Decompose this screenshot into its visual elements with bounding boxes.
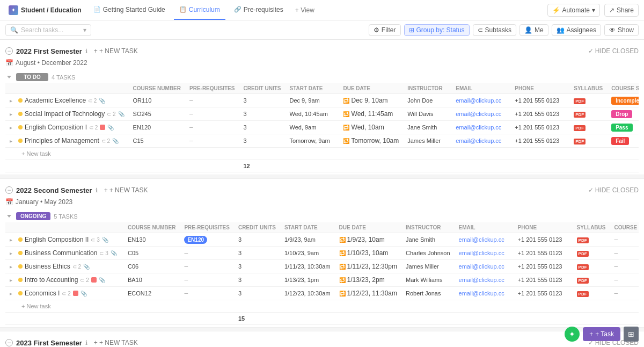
- task-name[interactable]: Intro to Accounting: [25, 276, 78, 284]
- due-date: 🔁 1/9/23, 10am: [335, 233, 401, 247]
- table-row: ▸ English Composition I ⊂ 2 📎 EN120 –: [5, 121, 639, 134]
- task-name[interactable]: English Composition I: [25, 124, 87, 131]
- instructor: James Miller: [401, 260, 455, 273]
- section-divider-2: [0, 327, 644, 331]
- row-expand-icon[interactable]: ▸: [10, 291, 16, 297]
- add-view-button[interactable]: + View: [292, 6, 318, 14]
- stop-icon: [73, 291, 78, 296]
- subtasks-button[interactable]: ⊂ Subtasks: [473, 24, 516, 36]
- me-button[interactable]: 👤 Me: [519, 24, 548, 36]
- row-expand-icon[interactable]: ▸: [10, 264, 16, 270]
- tab-getting-started[interactable]: 📄 Getting Started Guide: [88, 0, 171, 20]
- plus-icon: +: [104, 186, 108, 194]
- fab-grid-icon[interactable]: ⊞: [624, 327, 639, 342]
- automate-button[interactable]: ⚡ Automate ▾: [547, 4, 600, 17]
- due-date: 🔁 1/12/23, 11:30am: [335, 287, 401, 300]
- email: email@clickup.cc: [451, 121, 510, 134]
- new-task-label[interactable]: + New task: [5, 148, 639, 160]
- assignees-button[interactable]: 👥 Assignees: [552, 24, 601, 36]
- tab-prerequisites[interactable]: 🔗 Pre-requisites: [229, 0, 289, 20]
- section-collapse-second-2022[interactable]: −: [5, 186, 13, 194]
- prereq: –: [180, 247, 233, 260]
- tab-curriculum-label: Curriculum: [189, 6, 220, 13]
- new-task-row[interactable]: + New task: [5, 148, 639, 160]
- course-number: EN130: [123, 233, 180, 247]
- task-name[interactable]: Social Impact of Technology: [25, 110, 105, 118]
- search-box[interactable]: 🔍 Search tasks... ▾: [5, 24, 91, 36]
- plus-icon: +: [94, 47, 98, 55]
- new-task-row-ongoing[interactable]: + New task: [5, 300, 639, 313]
- group-by-button[interactable]: ⊞ Group by: Status: [404, 24, 470, 36]
- due-date: 🔁 1/10/23, 10am: [335, 247, 401, 260]
- me-icon: 👤: [524, 26, 532, 34]
- course-status: –: [610, 273, 639, 287]
- start-date: 1/11/23, 10:30am: [280, 260, 335, 273]
- show-button[interactable]: 👁 Show: [604, 24, 639, 36]
- section-new-task-second-2022[interactable]: + + NEW TASK: [101, 185, 151, 195]
- section-title-second-2022: 2022 Second Semester: [16, 186, 92, 194]
- sum-row: 12: [5, 160, 639, 172]
- tab-curriculum[interactable]: 📋 Curriculum: [174, 0, 225, 20]
- hide-closed-second-2022[interactable]: ✓ HIDE CLOSED: [588, 186, 639, 194]
- sum-course: [123, 313, 180, 325]
- row-expand-icon[interactable]: ▸: [10, 98, 16, 104]
- tab-doc-icon: 📄: [93, 6, 101, 13]
- row-expand-icon[interactable]: ▸: [10, 111, 16, 117]
- row-expand-icon[interactable]: ▸: [10, 138, 16, 144]
- subtask-icon: ⊂ 2: [88, 98, 97, 104]
- search-placeholder: Search tasks...: [21, 26, 63, 34]
- subtasks-label: Subtasks: [485, 26, 511, 34]
- section-info-icon-first-2023[interactable]: ℹ: [85, 339, 87, 346]
- phone: +1 201 555 0123: [514, 273, 573, 287]
- section-new-task-first-2022[interactable]: + + NEW TASK: [91, 46, 141, 56]
- th-course-status: COURSE STATUS: [607, 83, 639, 94]
- share-button[interactable]: ↗ Share: [604, 4, 639, 17]
- task-name[interactable]: Academic Excellence: [25, 97, 86, 104]
- stop-icon: [100, 125, 105, 130]
- add-view-label: + View: [295, 6, 314, 14]
- sum-credits: 15: [234, 313, 280, 325]
- status-badge-todo[interactable]: TO DO: [16, 73, 48, 81]
- task-color-dot: [18, 237, 23, 242]
- task-name[interactable]: Principles of Management: [25, 137, 99, 144]
- app-logo[interactable]: ✦ Student / Education: [5, 5, 85, 15]
- course-number: OR110: [129, 94, 185, 107]
- add-task-button[interactable]: + + Task: [583, 327, 620, 341]
- row-expand-icon[interactable]: ▸: [10, 125, 16, 131]
- table-ongoing: COURSE NUMBER PRE-REQUISITES CREDIT UNIT…: [5, 222, 639, 325]
- credits: 3: [234, 233, 280, 247]
- task-name[interactable]: Business Communication: [25, 249, 97, 257]
- task-color-dot: [18, 139, 23, 143]
- hide-closed-first-2022[interactable]: ✓ HIDE CLOSED: [588, 47, 639, 55]
- section-new-task-first-2023[interactable]: + + NEW TASK: [91, 338, 141, 347]
- task-name[interactable]: Economics I: [25, 290, 60, 297]
- task-color-dot: [18, 112, 23, 116]
- assignees-label: Assignees: [567, 26, 596, 34]
- row-expand-icon[interactable]: ▸: [10, 277, 16, 283]
- calendar-icon: 📅: [5, 198, 13, 206]
- section-collapse-first-2023[interactable]: −: [5, 339, 13, 346]
- section-collapse-first-2022[interactable]: −: [5, 47, 13, 55]
- instructor: James Miller: [403, 134, 451, 148]
- section-info-icon-second-2022[interactable]: ℹ: [96, 187, 98, 194]
- collapse-todo[interactable]: [5, 74, 13, 81]
- filter-button[interactable]: ⚙ Filter: [369, 24, 401, 36]
- new-task-label[interactable]: + New task: [5, 300, 639, 313]
- section-info-icon-first-2022[interactable]: ℹ: [85, 48, 87, 55]
- task-name[interactable]: English Composition II: [25, 236, 89, 243]
- credits: 3: [239, 107, 285, 121]
- task-color-dot: [18, 278, 23, 282]
- status-badge-ongoing[interactable]: ONGOING: [16, 212, 50, 220]
- th-task: [5, 83, 129, 94]
- collapse-ongoing[interactable]: [5, 213, 13, 220]
- prereq: –: [185, 94, 239, 107]
- credits: 3: [234, 260, 280, 273]
- automate-chevron: ▾: [592, 6, 595, 14]
- row-expand-icon[interactable]: ▸: [10, 237, 16, 243]
- row-expand-icon[interactable]: ▸: [10, 250, 16, 256]
- phone: +1 201 555 0123: [510, 94, 569, 107]
- toolbar: 🔍 Search tasks... ▾ ⚙ Filter ⊞ Group by:…: [0, 20, 644, 40]
- task-name[interactable]: Business Ethics: [25, 263, 70, 270]
- fab-green-icon[interactable]: ✦: [565, 327, 580, 342]
- th-start: START DATE: [280, 222, 335, 233]
